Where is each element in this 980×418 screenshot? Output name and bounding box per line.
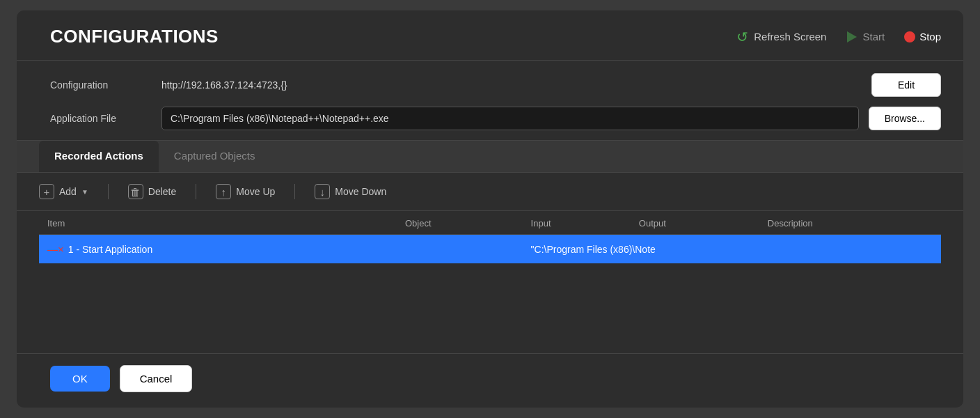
table-row[interactable]: —×1 - Start Application"C:\Program Files… — [39, 235, 941, 264]
refresh-icon: ↻ — [736, 29, 748, 45]
delete-button[interactable]: 🗑 Delete — [128, 184, 176, 199]
cell-object — [397, 235, 523, 264]
move-down-label: Move Down — [335, 186, 386, 197]
play-triangle — [847, 31, 857, 42]
move-up-icon: ↑ — [216, 184, 231, 199]
app-file-row: Application File Browse... — [50, 107, 941, 130]
move-down-icon: ↓ — [315, 184, 330, 199]
error-icon: —× — [47, 243, 64, 255]
dialog-footer: OK Cancel — [17, 353, 963, 408]
play-icon — [846, 31, 858, 43]
start-button[interactable]: Start — [846, 31, 885, 43]
move-down-button[interactable]: ↓ Move Down — [315, 184, 386, 199]
config-label: Configuration — [50, 79, 161, 91]
tab-captured-objects-label: Captured Objects — [174, 150, 255, 162]
stop-label: Stop — [919, 31, 941, 42]
actions-table-area: Item Object Input Output Description —×1… — [17, 211, 963, 353]
add-button[interactable]: + Add ▼ — [39, 184, 88, 199]
col-object: Object — [397, 211, 523, 235]
refresh-screen-button[interactable]: ↻ Refresh Screen — [736, 29, 826, 45]
tab-captured-objects[interactable]: Captured Objects — [159, 141, 271, 172]
record-dot-icon — [904, 31, 915, 42]
col-input: Input — [523, 211, 631, 235]
app-file-input[interactable] — [161, 107, 859, 130]
tabs-bar: Recorded Actions Captured Objects — [17, 141, 963, 173]
dialog-title: CONFIGURATIONS — [50, 26, 736, 47]
browse-button[interactable]: Browse... — [869, 107, 941, 130]
config-value: http://192.168.37.124:4723,{} — [161, 79, 871, 91]
move-up-button[interactable]: ↑ Move Up — [216, 184, 275, 199]
cell-item: —×1 - Start Application — [39, 235, 397, 264]
edit-button[interactable]: Edit — [871, 73, 941, 97]
config-section: Configuration http://192.168.37.124:4723… — [17, 61, 963, 141]
dialog-header: CONFIGURATIONS ↻ Refresh Screen Start St… — [17, 10, 963, 61]
move-up-label: Move Up — [236, 186, 275, 197]
app-file-label: Application File — [50, 113, 161, 124]
cell-input: "C:\Program Files (x86)\Note — [523, 235, 941, 264]
col-description: Description — [759, 211, 941, 235]
add-icon: + — [39, 184, 54, 199]
tab-recorded-actions-label: Recorded Actions — [54, 150, 143, 162]
toolbar-separator-3 — [294, 184, 295, 199]
actions-toolbar: + Add ▼ 🗑 Delete ↑ Move Up ↓ Move Down — [17, 173, 963, 211]
start-label: Start — [862, 31, 885, 42]
configurations-dialog: CONFIGURATIONS ↻ Refresh Screen Start St… — [17, 10, 963, 408]
refresh-label: Refresh Screen — [754, 31, 826, 42]
header-actions: ↻ Refresh Screen Start Stop — [736, 29, 941, 45]
cancel-button[interactable]: Cancel — [120, 365, 193, 392]
actions-table: Item Object Input Output Description —×1… — [39, 211, 941, 263]
config-row: Configuration http://192.168.37.124:4723… — [50, 73, 941, 97]
table-header-row: Item Object Input Output Description — [39, 211, 941, 235]
add-label: Add — [59, 186, 77, 197]
col-output: Output — [631, 211, 759, 235]
col-item: Item — [39, 211, 397, 235]
delete-label: Delete — [148, 186, 176, 197]
delete-icon: 🗑 — [128, 184, 143, 199]
toolbar-separator-2 — [196, 184, 196, 199]
stop-button[interactable]: Stop — [904, 31, 941, 42]
toolbar-separator-1 — [108, 184, 109, 199]
tab-recorded-actions[interactable]: Recorded Actions — [39, 141, 159, 172]
ok-button[interactable]: OK — [50, 366, 110, 392]
add-dropdown-arrow: ▼ — [81, 188, 88, 196]
